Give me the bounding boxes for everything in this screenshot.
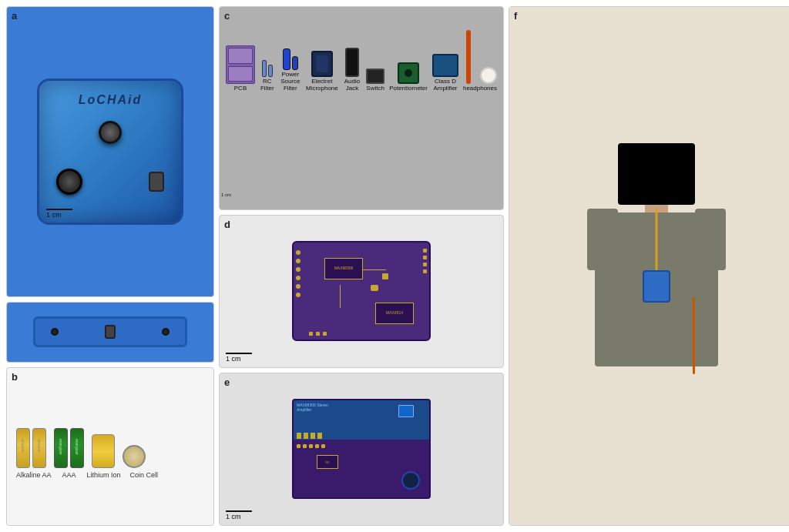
battery-aaa-1: energizer [54, 428, 68, 468]
panel-f-label: f [514, 10, 517, 22]
component-audio-jack: Audio Jack [343, 48, 361, 92]
scale-text-a: 1 cm [46, 211, 72, 219]
component-mic: ElectretMicrophone [306, 51, 338, 92]
battery-aaa-group: energizer energizer [54, 428, 84, 468]
component-potentiometer: Potentiometer [389, 62, 428, 92]
audio-jack-label: Audio Jack [343, 79, 361, 92]
cap-large [283, 49, 290, 70]
person-figure [579, 143, 734, 390]
battery-labels: Alkaline AA AAA Lithium Ion Coin Cell [16, 471, 158, 479]
person-lanyard [656, 209, 658, 270]
panel-a-side [6, 302, 214, 363]
pot-visual[interactable] [398, 62, 419, 84]
amp-label: Class DAmplifier [433, 79, 457, 92]
rc-cap-1 [262, 60, 267, 77]
pcb-chip-e: R2 [317, 455, 338, 469]
component-headphones: headphones [463, 30, 497, 92]
right-column: f [509, 6, 789, 526]
device-usb-port[interactable] [149, 172, 164, 192]
component-power-filter: PowerSource Filter [280, 49, 301, 92]
left-column: a LoCHAid 1 cm [6, 6, 214, 526]
scale-bar-a: 1 cm [46, 209, 72, 219]
device-top-button[interactable] [99, 121, 122, 144]
main-container: a LoCHAid 1 cm [0, 0, 789, 532]
battery-aaa-label: AAA [62, 471, 76, 479]
mic-label: ElectretMicrophone [306, 79, 338, 92]
device-bottom-button[interactable] [56, 169, 82, 195]
device-side-view [33, 316, 187, 347]
pcb-cap-2 [382, 273, 388, 279]
side-port-left [51, 328, 59, 336]
side-usb-port[interactable] [105, 325, 116, 339]
pcb-component [226, 45, 255, 84]
headphones-visual [463, 30, 497, 84]
audio-jack-visual [345, 48, 359, 77]
battery-aa-2: amazon [32, 428, 46, 468]
pcb-mic-e [401, 471, 420, 490]
chip-max9814-label: MAX9814 [386, 311, 403, 316]
pcb-board-d: MAX98306 MAX9814 [292, 241, 431, 341]
scale-bar-e: 1 cm [226, 510, 252, 520]
person-container [509, 7, 789, 525]
batteries-row: amazon amazon energizer energizer [16, 428, 146, 468]
side-port-right [162, 328, 170, 336]
chip-max98306: MAX98306 [324, 258, 363, 279]
battery-aaa-2: energizer [70, 428, 84, 468]
panel-c: c 1 cm PCB RC Filte [219, 6, 504, 210]
panel-b-label: b [12, 371, 18, 383]
panel-a: a LoCHAid 1 cm [6, 6, 214, 297]
scale-text-e: 1 cm [226, 513, 241, 520]
person-orange-cord [693, 297, 695, 374]
mic-visual [311, 51, 333, 77]
device-title: LoCHAid [39, 81, 181, 107]
component-switch: Switch [366, 69, 384, 92]
panel-f: f [509, 6, 789, 526]
component-pcb: 1 cm PCB [226, 45, 255, 92]
component-class-d-amp: Class DAmplifier [432, 54, 458, 92]
switch-label: Switch [366, 85, 384, 92]
chip-max9814: MAX9814 [375, 303, 414, 324]
panel-b: b amazon amazon energizer [6, 367, 214, 526]
panel-e-label: e [224, 376, 230, 388]
chip-max98306-label: MAX98306 [334, 266, 354, 271]
scale-text-d: 1 cm [226, 355, 241, 363]
panel-d: d [219, 215, 504, 368]
pcb-inner-bot [228, 66, 253, 82]
panel-d-label: d [224, 219, 230, 230]
amp-visual [432, 54, 458, 77]
rc-filter-visual [262, 60, 273, 77]
scale-bar-d: 1 cm [226, 353, 252, 363]
rc-cap-2 [268, 65, 273, 77]
panel-e: e MAX98306 StereoAmplifier [219, 373, 504, 526]
panel-c-label: c [224, 10, 230, 22]
face-redaction-block [618, 143, 695, 205]
headphones-label: headphones [463, 85, 497, 92]
battery-coin [123, 445, 146, 468]
rc-filter-label: RC Filter [260, 79, 275, 92]
pcb-board-e: MAX98306 StereoAmplifier [292, 399, 431, 499]
pcb-inner-top [228, 48, 253, 64]
pcb-cap-1 [371, 285, 378, 291]
battery-aa-1: amazon [16, 428, 30, 468]
battery-aa-label: Alkaline AA [16, 471, 52, 479]
component-rc-filter: RC Filter [260, 60, 275, 92]
switch-visual[interactable] [366, 69, 384, 84]
battery-lithium-label: Lithium Ion [87, 471, 121, 479]
cap-small [292, 56, 298, 70]
person-chest-device [643, 270, 670, 303]
power-filter-label: PowerSource Filter [280, 72, 301, 92]
potentiometer-label: Potentiometer [389, 85, 428, 92]
middle-column: c 1 cm PCB RC Filte [219, 6, 504, 526]
battery-lithium [92, 434, 115, 468]
panel-a-label: a [12, 10, 17, 22]
power-filter-visual [283, 49, 298, 70]
battery-aa-group: amazon amazon [16, 428, 46, 468]
battery-coin-label: Coin Cell [130, 471, 159, 479]
pcb-label: PCB [234, 85, 247, 92]
